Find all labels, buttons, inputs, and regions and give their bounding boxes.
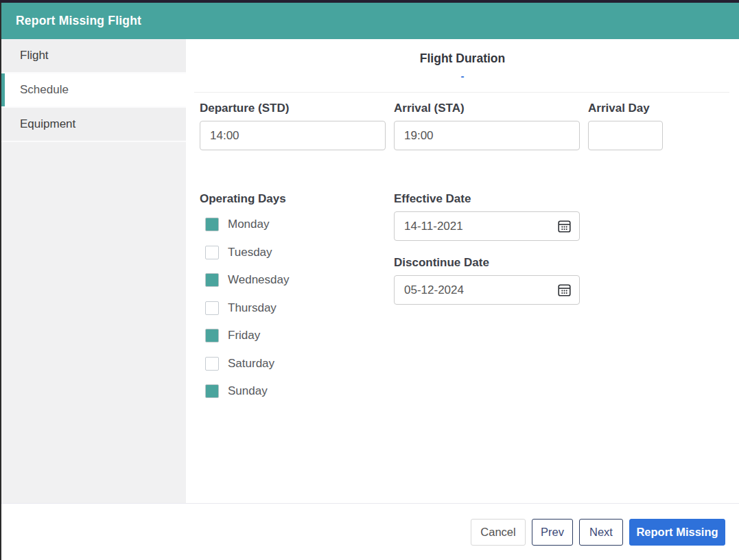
next-button[interactable]: Next <box>579 519 623 546</box>
arrival-day-label: Arrival Day <box>588 102 663 115</box>
calendar-icon <box>557 219 572 233</box>
departure-label: Departure (STD) <box>200 102 386 115</box>
tab-equipment[interactable]: Equipment <box>1 108 186 142</box>
day-row-monday[interactable]: Monday <box>200 211 386 239</box>
discontinue-date-input[interactable] <box>394 275 580 305</box>
sidebar: Flight Schedule Equipment <box>1 39 186 503</box>
sunday-checkbox[interactable] <box>205 384 219 398</box>
tuesday-label: Tuesday <box>228 246 272 259</box>
saturday-label: Saturday <box>228 357 274 371</box>
discontinue-date-label: Discontinue Date <box>394 256 580 270</box>
effective-date-input[interactable] <box>394 211 580 241</box>
screen: Report Missing Flight Flight Schedule Eq… <box>0 0 739 560</box>
dialog-body: Flight Schedule Equipment Flight Duratio… <box>1 39 739 503</box>
sunday-label: Sunday <box>228 384 268 398</box>
flight-duration-title: Flight Duration <box>200 51 725 66</box>
thursday-checkbox[interactable] <box>205 301 219 315</box>
day-row-saturday[interactable]: Saturday <box>200 350 386 378</box>
friday-label: Friday <box>228 329 260 342</box>
operating-days-group: Operating Days Monday Tuesday Wednesday <box>200 192 386 406</box>
effective-date-label: Effective Date <box>394 192 580 206</box>
left-edge-strip <box>0 3 1 560</box>
thursday-label: Thursday <box>228 301 277 315</box>
schedule-panel: Flight Duration - Departure (STD) Arriva… <box>186 39 739 503</box>
monday-label: Monday <box>228 218 269 231</box>
day-row-thursday[interactable]: Thursday <box>200 294 386 323</box>
monday-checkbox[interactable] <box>205 218 219 231</box>
saturday-checkbox[interactable] <box>205 357 219 371</box>
effective-date-picker-button[interactable] <box>556 219 572 234</box>
calendar-icon <box>557 283 572 297</box>
report-missing-flight-dialog: Report Missing Flight Flight Schedule Eq… <box>1 3 739 560</box>
arrival-day-field-group: Arrival Day <box>588 102 663 150</box>
discontinue-date-field <box>394 275 580 305</box>
tuesday-checkbox[interactable] <box>205 246 219 259</box>
tab-schedule[interactable]: Schedule <box>1 73 186 108</box>
section-divider <box>194 92 729 93</box>
tab-flight-label: Flight <box>20 49 49 62</box>
friday-checkbox[interactable] <box>205 329 219 342</box>
day-row-wednesday[interactable]: Wednesday <box>200 266 386 294</box>
departure-input[interactable] <box>200 121 386 150</box>
arrival-day-input[interactable] <box>588 121 663 150</box>
arrival-input[interactable] <box>394 121 580 150</box>
wednesday-label: Wednesday <box>228 273 289 287</box>
departure-field-group: Departure (STD) <box>200 102 386 150</box>
arrival-field-group: Arrival (STA) <box>394 102 580 150</box>
dialog-footer: Cancel Prev Next Report Missing <box>1 503 739 560</box>
day-row-tuesday[interactable]: Tuesday <box>200 239 386 267</box>
cancel-button[interactable]: Cancel <box>471 519 526 546</box>
tab-equipment-label: Equipment <box>20 117 75 131</box>
time-fields-row: Departure (STD) Arrival (STA) Arrival Da… <box>200 102 725 150</box>
day-row-sunday[interactable]: Sunday <box>200 377 386 406</box>
flight-duration-value: - <box>200 70 725 82</box>
date-fields-group: Effective Date <box>394 192 580 305</box>
wednesday-checkbox[interactable] <box>205 273 219 287</box>
operating-days-label: Operating Days <box>200 192 386 206</box>
dialog-title: Report Missing Flight <box>16 14 141 28</box>
tab-schedule-label: Schedule <box>20 83 69 97</box>
day-row-friday[interactable]: Friday <box>200 322 386 350</box>
top-edge-strip <box>0 0 739 3</box>
tab-flight[interactable]: Flight <box>1 39 186 73</box>
prev-button[interactable]: Prev <box>532 519 573 546</box>
arrival-label: Arrival (STA) <box>394 102 580 115</box>
effective-date-field <box>394 211 580 241</box>
dialog-header: Report Missing Flight <box>1 3 739 39</box>
report-missing-button[interactable]: Report Missing <box>629 519 725 546</box>
discontinue-date-picker-button[interactable] <box>556 283 572 298</box>
schedule-fields-row: Operating Days Monday Tuesday Wednesday <box>200 192 725 406</box>
